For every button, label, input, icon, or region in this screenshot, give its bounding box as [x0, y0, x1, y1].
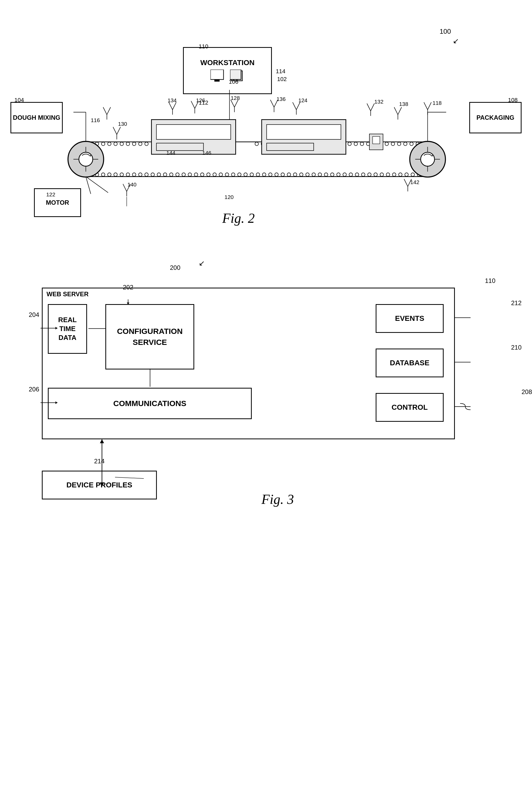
svg-point-67 [231, 173, 235, 176]
svg-point-99 [68, 141, 103, 177]
svg-rect-118 [262, 119, 346, 154]
svg-point-86 [349, 173, 353, 176]
svg-point-84 [337, 173, 340, 176]
packaging-box: PACKAGING [469, 102, 521, 133]
svg-point-46 [101, 173, 105, 176]
svg-point-73 [268, 173, 272, 176]
ref-100: 100 [440, 27, 451, 36]
svg-marker-112 [431, 155, 433, 157]
svg-point-95 [405, 173, 408, 176]
svg-text:124: 124 [298, 97, 307, 103]
svg-point-15 [145, 142, 148, 146]
svg-line-159 [115, 477, 144, 478]
svg-point-98 [422, 173, 425, 176]
svg-point-26 [317, 142, 320, 146]
svg-marker-152 [55, 401, 58, 404]
svg-point-51 [132, 173, 136, 176]
svg-point-97 [417, 173, 421, 176]
svg-point-57 [170, 173, 173, 176]
svg-point-18 [267, 142, 271, 146]
ref-102: 102 [277, 76, 287, 83]
svg-point-85 [343, 173, 346, 176]
ref-108: 108 [508, 97, 518, 103]
svg-point-53 [145, 173, 148, 176]
svg-text:138: 138 [399, 101, 408, 107]
svg-point-93 [393, 173, 396, 176]
svg-marker-148 [55, 327, 58, 329]
svg-point-80 [312, 173, 315, 176]
motor-label: MOTOR [46, 199, 69, 206]
svg-rect-3 [230, 70, 241, 79]
svg-point-61 [194, 173, 198, 176]
fig3-label: Fig. 3 [262, 492, 294, 507]
svg-point-66 [225, 173, 229, 176]
svg-point-13 [132, 142, 136, 146]
svg-point-33 [360, 142, 364, 146]
svg-point-43 [422, 142, 425, 146]
svg-point-28 [329, 142, 333, 146]
svg-point-64 [213, 173, 216, 176]
svg-text:120: 120 [225, 194, 234, 200]
svg-point-87 [355, 173, 359, 176]
svg-point-79 [306, 173, 309, 176]
svg-point-40 [404, 142, 407, 146]
svg-point-29 [336, 142, 339, 146]
svg-point-8 [101, 142, 105, 146]
workstation-box: WORKSTATION [183, 47, 272, 94]
dough-mixing-box: DOUGH MIXING [11, 102, 63, 133]
svg-text:146: 146 [202, 150, 211, 156]
workstation-title: WORKSTATION [200, 59, 254, 67]
svg-point-74 [275, 173, 278, 176]
svg-text:118: 118 [433, 100, 442, 106]
svg-point-59 [182, 173, 185, 176]
svg-rect-114 [156, 125, 231, 139]
svg-point-78 [300, 173, 303, 176]
fig2-label: Fig. 2 [222, 210, 254, 226]
svg-point-71 [256, 173, 260, 176]
svg-point-39 [397, 142, 401, 146]
svg-point-58 [176, 173, 179, 176]
svg-point-30 [342, 142, 345, 146]
svg-point-48 [114, 173, 117, 176]
svg-point-62 [201, 173, 204, 176]
svg-point-60 [188, 173, 192, 176]
monitor-icon [210, 70, 225, 83]
svg-point-27 [323, 142, 326, 146]
svg-point-38 [391, 142, 395, 146]
svg-point-91 [380, 173, 383, 176]
svg-rect-1 [214, 79, 220, 81]
svg-point-72 [263, 173, 266, 176]
ref-112: 112 [199, 99, 208, 106]
svg-point-6 [89, 142, 93, 146]
workstation-icons [210, 70, 244, 83]
svg-point-92 [386, 173, 390, 176]
svg-point-25 [311, 142, 314, 146]
svg-point-41 [410, 142, 413, 146]
svg-point-7 [95, 142, 98, 146]
page-container: 100 ↙ WORKSTATION 110 114 112 [0, 0, 532, 803]
svg-point-16 [255, 142, 258, 146]
svg-point-44 [89, 173, 93, 176]
svg-point-83 [330, 173, 334, 176]
svg-point-22 [292, 142, 296, 146]
svg-point-69 [244, 173, 247, 176]
svg-marker-105 [90, 155, 92, 157]
svg-point-21 [286, 142, 289, 146]
svg-text:136: 136 [277, 96, 286, 102]
svg-rect-120 [267, 143, 314, 150]
svg-point-20 [280, 142, 283, 146]
svg-text:130: 130 [118, 121, 127, 127]
svg-point-81 [318, 173, 322, 176]
svg-point-11 [120, 142, 124, 146]
svg-point-96 [411, 173, 414, 176]
svg-point-65 [219, 173, 223, 176]
svg-point-107 [421, 152, 435, 166]
svg-point-89 [367, 173, 371, 176]
svg-point-23 [298, 142, 302, 146]
svg-marker-157 [100, 439, 104, 443]
svg-rect-113 [151, 119, 235, 154]
svg-point-49 [120, 173, 124, 176]
svg-point-68 [238, 173, 241, 176]
svg-point-34 [366, 142, 370, 146]
svg-point-17 [261, 142, 265, 146]
